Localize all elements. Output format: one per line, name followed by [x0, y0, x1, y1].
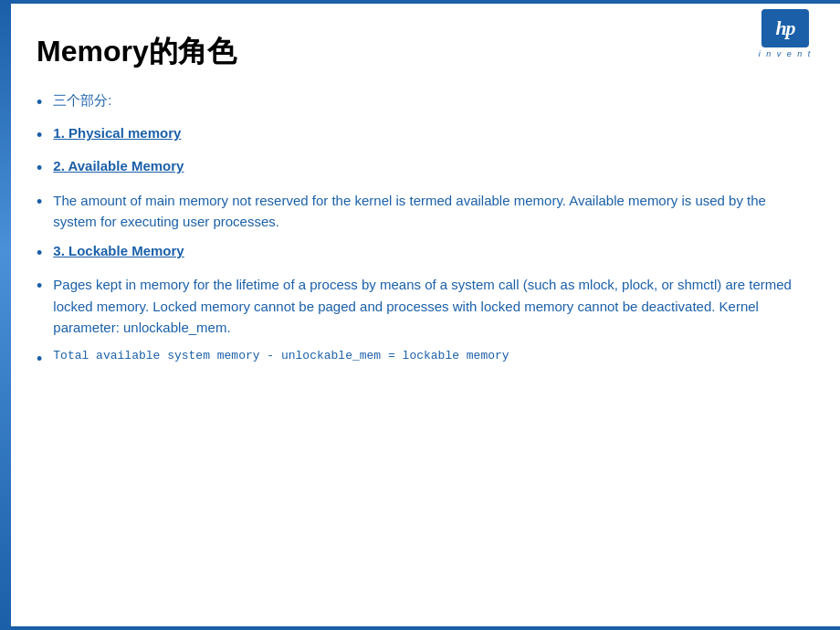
available-label: 2. Available Memory	[53, 158, 184, 173]
bullet-list: • 三个部分: • 1. Physical memory • 2. Availa…	[37, 90, 803, 371]
intro-text: 三个部分:	[53, 90, 803, 111]
bullet-dot-lockable-desc: •	[37, 275, 42, 298]
list-item-lockable: • 3. Lockable Memory	[37, 241, 803, 265]
page-title: Memory的角色	[37, 32, 803, 72]
lockable-label: 3. Lockable Memory	[53, 243, 184, 258]
bottom-border	[11, 626, 840, 630]
formula-text: Total available system memory - unlockab…	[53, 347, 509, 365]
physical-label: 1. Physical memory	[53, 125, 181, 141]
bullet-dot-intro: •	[37, 91, 42, 114]
main-content: Memory的角色 • 三个部分: • 1. Physical memory •…	[27, 0, 822, 621]
list-item-intro: • 三个部分:	[37, 90, 803, 114]
list-item-available-desc: • The amount of main memory not reserved…	[37, 190, 803, 233]
left-accent-bar	[0, 0, 11, 630]
bullet-dot-available: •	[37, 157, 42, 180]
list-item-formula: • Total available system memory - unlock…	[37, 347, 803, 371]
list-item-physical: • 1. Physical memory	[37, 123, 803, 147]
bullet-dot-lockable: •	[37, 242, 42, 265]
list-item-available: • 2. Available Memory	[37, 156, 803, 180]
bullet-dot-physical: •	[37, 124, 42, 147]
physical-text: 1. Physical memory	[53, 123, 803, 144]
lockable-desc-text: Pages kept in memory for the lifetime of…	[53, 274, 803, 338]
available-text: 2. Available Memory	[53, 156, 803, 177]
lockable-text: 3. Lockable Memory	[53, 241, 803, 262]
bullet-dot-formula: •	[37, 348, 42, 371]
available-desc-text: The amount of main memory not reserved f…	[53, 190, 803, 233]
list-item-lockable-desc: • Pages kept in memory for the lifetime …	[37, 274, 803, 338]
bullet-dot-available-desc: •	[37, 191, 42, 214]
